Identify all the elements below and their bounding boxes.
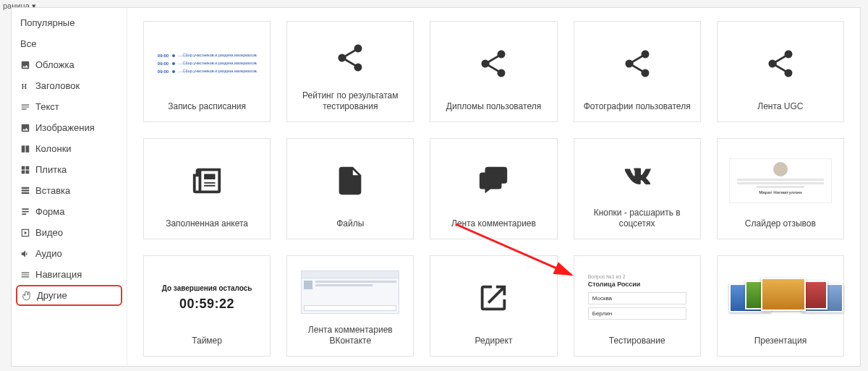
sidebar-item-embed[interactable]: Вставка <box>12 180 127 201</box>
tile-preview <box>723 263 838 333</box>
tile-presentation[interactable]: Презентация <box>717 255 844 357</box>
tile-label: Тестирование <box>609 336 665 347</box>
sidebar-item-label: Аудио <box>35 248 62 259</box>
tile-label: Кнопки - расшарить в соцсетях <box>580 208 694 230</box>
tile-ugc-feed[interactable]: Лента UGC <box>717 21 844 122</box>
tile-files[interactable]: Файлы <box>286 138 414 239</box>
sidebar-item-label: Другие <box>37 290 67 301</box>
sidebar-item-all[interactable]: Все <box>12 33 127 54</box>
tile-label: Лента UGC <box>757 101 803 113</box>
tile-test-rating[interactable]: Рейтинг по результатам тестирования <box>286 21 414 122</box>
grid-icon <box>20 165 30 175</box>
svg-text:H: H <box>22 82 27 90</box>
sidebar-item-label: Текст <box>35 101 59 112</box>
tile-label: Фотографии пользователя <box>584 101 691 113</box>
tile-reviews-slider[interactable]: Марат Нигматуллин Слайдер отзывов <box>717 138 844 239</box>
text-icon <box>20 102 30 112</box>
tile-label: Редирект <box>475 336 513 347</box>
tile-preview: Вопрос №1 из 2 Столица России Москва Бер… <box>580 263 694 333</box>
tile-preview: 09:00Сбор участников и раздача материало… <box>150 29 264 98</box>
newspaper-icon <box>150 146 264 216</box>
tile-grid: 09:00Сбор участников и раздача материало… <box>143 21 844 357</box>
sidebar-item-label: Популярные <box>20 17 75 28</box>
share-icon <box>436 29 550 98</box>
sidebar-item-other[interactable]: Другие <box>16 285 122 306</box>
columns-icon <box>20 144 30 154</box>
tile-grid-container: 09:00Сбор участников и раздача материало… <box>127 8 860 366</box>
sidebar-item-tiles[interactable]: Плитка <box>12 159 127 180</box>
tile-filled-form[interactable]: Заполненная анкета <box>143 138 271 239</box>
tile-timer[interactable]: До завершения осталось 00:59:22 Таймер <box>143 255 271 357</box>
sidebar-item-label: Форма <box>35 206 65 217</box>
sidebar-item-images[interactable]: Изображения <box>12 117 127 138</box>
tile-label: Лента комментариев ВКонтакте <box>293 325 407 347</box>
share-icon <box>293 29 407 88</box>
image-icon <box>20 123 30 133</box>
sidebar-item-label: Заголовок <box>35 80 80 91</box>
vk-icon <box>580 146 694 205</box>
tile-vk-comments[interactable]: Лента комментариев ВКонтакте <box>286 255 414 357</box>
image-icon <box>20 60 30 70</box>
video-icon <box>20 228 30 238</box>
tile-label: Презентация <box>754 336 807 347</box>
tile-label: Заполненная анкета <box>166 218 248 230</box>
audio-icon <box>20 249 30 259</box>
tile-label: Запись расписания <box>168 101 246 113</box>
sidebar-item-label: Вставка <box>35 185 70 196</box>
tile-label: Файлы <box>336 218 364 230</box>
external-link-icon <box>436 263 550 333</box>
tile-label: Рейтинг по результатам тестирования <box>293 90 407 113</box>
sidebar-item-label: Изображения <box>35 122 95 133</box>
sidebar-item-audio[interactable]: Аудио <box>12 243 127 264</box>
sidebar-item-popular[interactable]: Популярные <box>12 12 127 33</box>
nav-icon <box>20 270 30 280</box>
tile-preview: До завершения осталось 00:59:22 <box>150 263 264 333</box>
sidebar-item-label: Навигация <box>35 269 82 280</box>
tile-comments-feed[interactable]: Лента комментариев <box>430 138 557 239</box>
sidebar-item-label: Видео <box>35 227 63 238</box>
share-icon <box>723 29 838 98</box>
tile-preview <box>293 263 407 322</box>
file-icon <box>293 146 407 216</box>
timer-value: 00:59:22 <box>162 297 252 312</box>
sidebar-item-label: Все <box>20 38 36 49</box>
tile-label: Дипломы пользователя <box>446 101 541 113</box>
sidebar-item-navigation[interactable]: Навигация <box>12 264 127 285</box>
hand-icon <box>22 291 32 301</box>
share-icon <box>580 29 694 98</box>
tile-label: Лента комментариев <box>451 218 536 230</box>
sidebar-item-video[interactable]: Видео <box>12 222 127 243</box>
sidebar-item-form[interactable]: Форма <box>12 201 127 222</box>
tile-schedule-entry[interactable]: 09:00Сбор участников и раздача материало… <box>143 21 271 122</box>
category-sidebar: Популярные Все Обложка H Заголовок Текст… <box>12 8 127 366</box>
sidebar-item-label: Обложка <box>35 59 75 70</box>
sidebar-item-columns[interactable]: Колонки <box>12 138 127 159</box>
quiz-counter: Вопрос №1 из 2 <box>588 274 686 279</box>
embed-icon <box>20 186 30 196</box>
sidebar-item-cover[interactable]: Обложка <box>12 54 127 75</box>
tile-social-share-buttons[interactable]: Кнопки - расшарить в соцсетях <box>574 138 701 239</box>
form-icon <box>20 207 30 217</box>
comments-icon <box>436 146 550 216</box>
widget-picker-panel: Популярные Все Обложка H Заголовок Текст… <box>11 7 861 367</box>
sidebar-item-heading[interactable]: H Заголовок <box>12 75 127 96</box>
tile-user-photos[interactable]: Фотографии пользователя <box>574 21 701 122</box>
sidebar-item-text[interactable]: Текст <box>12 96 127 117</box>
quiz-option: Берлин <box>588 307 686 320</box>
heading-icon: H <box>20 81 30 91</box>
tile-testing[interactable]: Вопрос №1 из 2 Столица России Москва Бер… <box>574 255 701 357</box>
tile-user-diplomas[interactable]: Дипломы пользователя <box>430 21 557 122</box>
tile-redirect[interactable]: Редирект <box>430 255 557 357</box>
tile-preview: Марат Нигматуллин <box>723 146 838 216</box>
tile-label: Таймер <box>192 336 222 347</box>
quiz-title: Столица России <box>588 281 686 288</box>
quiz-option: Москва <box>588 292 686 304</box>
tile-label: Слайдер отзывов <box>745 218 816 230</box>
sidebar-item-label: Плитка <box>35 164 67 175</box>
timer-caption: До завершения осталось <box>162 284 252 292</box>
sidebar-item-label: Колонки <box>35 143 72 154</box>
